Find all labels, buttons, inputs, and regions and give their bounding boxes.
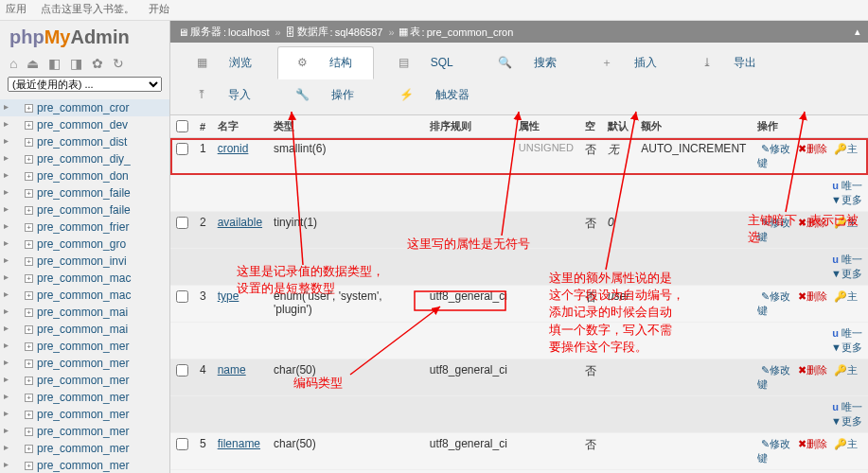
delete-link[interactable]: ✖删除 (798, 217, 827, 228)
tab-insert[interactable]: ＋插入 (582, 47, 678, 79)
tab-browse[interactable]: ▦浏览 (178, 47, 273, 79)
tree-item[interactable]: +pre_common_mer (0, 406, 169, 423)
col-ops: ✎修改 ✖删除 🔑主键 (752, 359, 868, 396)
browser-topbar: 应用 点击这里导入书签。 开始 (0, 0, 868, 21)
col-name[interactable]: name (218, 363, 246, 377)
col-type: smallint(6) (268, 138, 424, 175)
tab-triggers[interactable]: ⚡触发器 (381, 79, 490, 111)
unique-link[interactable]: u 唯一 (832, 254, 862, 265)
row-check[interactable] (176, 438, 188, 450)
tree-item[interactable]: +pre_common_dev (0, 116, 169, 133)
tree-item[interactable]: +pre_common_mer (0, 372, 169, 389)
crumb-db-value[interactable]: sql486587 (335, 26, 383, 38)
tree-item[interactable]: +pre_common_mac (0, 270, 169, 287)
row-check[interactable] (176, 217, 188, 229)
col-ops: ✎修改 ✖删除 🔑主键 (752, 286, 868, 323)
col-collation (424, 212, 513, 249)
col-num: 1 (194, 138, 212, 175)
check-all[interactable] (176, 120, 188, 132)
row-check[interactable] (176, 290, 188, 303)
table-row: 3typeenum('user', 'system', 'plugin')utf… (170, 286, 868, 323)
table-icon: ▦ (399, 26, 408, 38)
delete-link[interactable]: ✖删除 (798, 143, 827, 154)
edit-link[interactable]: ✎修改 (761, 143, 790, 154)
table-row: 1cronidsmallint(6)UNSIGNED否无AUTO_INCREME… (170, 138, 868, 175)
apps-link[interactable]: 应用 (6, 3, 27, 14)
crumb-server-label[interactable]: 服务器 (190, 25, 221, 39)
col-default: 无 (602, 138, 635, 175)
col-name[interactable]: filename (218, 437, 260, 450)
main-panel: 🖥 服务器: localhost » 🗄 数据库: sql486587 » ▦ … (170, 21, 868, 473)
tree-item[interactable]: +pre_common_mac (0, 287, 169, 304)
tab-export[interactable]: ⤓导出 (683, 47, 777, 79)
unique-link[interactable]: u 唯一 (832, 401, 862, 412)
tree-item[interactable]: +pre_common_cror (0, 99, 169, 116)
tree-item[interactable]: +pre_common_dist (0, 133, 169, 150)
tree-item[interactable]: +pre_common_mer (0, 440, 169, 457)
more-link[interactable]: ▼更多 (831, 415, 862, 427)
col-num: 5 (194, 433, 212, 470)
col-name[interactable]: available (218, 216, 262, 229)
tree-item[interactable]: +pre_common_diy_ (0, 150, 169, 167)
tree-item[interactable]: +pre_common_mai (0, 304, 169, 321)
tree-item[interactable]: +pre_common_mer (0, 389, 169, 406)
more-link[interactable]: ▼更多 (831, 342, 862, 353)
col-attributes (513, 359, 579, 396)
settings-icon[interactable]: ✿ (92, 56, 103, 71)
logout-icon[interactable]: ⏏ (27, 56, 39, 71)
recent-tables[interactable]: (最近使用的表) ... (0, 73, 169, 96)
edit-link[interactable]: ✎修改 (761, 217, 790, 228)
tree-item[interactable]: +pre_common_mai (0, 321, 169, 338)
tree-item[interactable]: +pre_common_gro (0, 236, 169, 253)
crumb-table-label[interactable]: 表 (410, 25, 420, 39)
th-ops: 操作 (752, 115, 868, 138)
tree-item[interactable]: +pre_common_faile (0, 184, 169, 201)
tab-search[interactable]: 🔍搜索 (479, 47, 577, 79)
tree-item[interactable]: +pre_common_invi (0, 253, 169, 270)
col-attributes (513, 286, 579, 323)
col-default: user (602, 286, 635, 323)
hide-icon[interactable]: ▴ (855, 26, 860, 38)
col-type: char(50) (268, 433, 424, 470)
delete-link[interactable]: ✖删除 (798, 438, 827, 449)
row-check[interactable] (176, 364, 188, 377)
tree-item[interactable]: +pre_common_don (0, 167, 169, 184)
col-name[interactable]: type (218, 289, 239, 303)
tab-operations[interactable]: 🔧操作 (276, 79, 375, 111)
edit-link[interactable]: ✎修改 (761, 290, 790, 302)
sql-icon[interactable]: ◧ (48, 56, 61, 71)
more-link[interactable]: ▼更多 (831, 268, 862, 279)
tree-item[interactable]: +pre_common_mer (0, 338, 169, 355)
delete-link[interactable]: ✖删除 (798, 290, 827, 302)
more-link[interactable]: ▼更多 (831, 194, 862, 205)
edit-link[interactable]: ✎修改 (761, 438, 790, 449)
col-type: tinyint(1) (268, 212, 424, 249)
operations-icon: 🔧 (286, 84, 319, 105)
tree-item[interactable]: +pre_common_mer (0, 457, 169, 473)
tree-item[interactable]: +pre_common_frier (0, 219, 169, 236)
crumb-table-value[interactable]: pre_common_cron (427, 26, 514, 38)
unique-link[interactable]: u 唯一 (832, 327, 862, 339)
docs-icon[interactable]: ◨ (70, 56, 82, 71)
col-extra (635, 212, 752, 249)
tree-item[interactable]: +pre_common_faile (0, 201, 169, 219)
table-row: 2availabletinyint(1)否0✎修改 ✖删除 🔑主键 (170, 212, 868, 249)
edit-link[interactable]: ✎修改 (761, 364, 790, 376)
reload-icon[interactable]: ↻ (113, 56, 124, 71)
tree-item[interactable]: +pre_common_mer (0, 355, 169, 372)
delete-link[interactable]: ✖删除 (798, 364, 827, 376)
col-name[interactable]: cronid (218, 142, 249, 155)
crumb-db-label[interactable]: 数据库 (297, 25, 328, 39)
start-link[interactable]: 开始 (149, 3, 169, 14)
home-icon[interactable]: ⌂ (9, 56, 17, 71)
unique-link[interactable]: u 唯一 (832, 180, 862, 191)
tab-import[interactable]: ⤒导入 (178, 79, 272, 111)
row-check[interactable] (176, 143, 188, 155)
search-icon: 🔍 (488, 52, 522, 73)
recent-select[interactable]: (最近使用的表) ... (8, 77, 162, 92)
tab-sql[interactable]: ▤SQL (380, 48, 474, 77)
tab-structure[interactable]: ⚙结构 (277, 46, 374, 79)
browse-icon: ▦ (187, 52, 217, 73)
tree-item[interactable]: +pre_common_mer (0, 423, 169, 440)
crumb-server-value[interactable]: localhost (228, 26, 269, 38)
